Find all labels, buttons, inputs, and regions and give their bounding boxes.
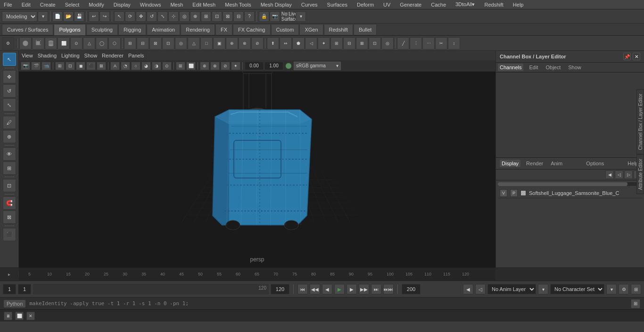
- cb-close-btn[interactable]: ✕: [633, 53, 640, 60]
- bevel-btn[interactable]: ⬟: [292, 37, 305, 49]
- move-btn[interactable]: ✥: [136, 11, 146, 22]
- frame-range-bar[interactable]: 120: [33, 284, 269, 294]
- snap-view-btn[interactable]: ⊟: [233, 11, 244, 22]
- workspace-selector[interactable]: Modeling: [2, 11, 37, 22]
- boolean-btn[interactable]: ⊟: [137, 37, 149, 49]
- merge-btn[interactable]: ⊞: [330, 37, 343, 49]
- cb-pin-btn[interactable]: 📌: [623, 53, 631, 60]
- vp-cam3-btn[interactable]: 📹: [41, 62, 51, 70]
- status-expand-btn[interactable]: ⊞: [631, 299, 640, 308]
- quadrangulate-btn[interactable]: □: [200, 37, 213, 49]
- anim-time-editor-btn[interactable]: ⊞: [631, 284, 641, 294]
- char-set-arrow-left2[interactable]: ◁: [475, 284, 486, 294]
- tab-sculpting[interactable]: Sculpting: [86, 24, 118, 35]
- menu-display[interactable]: Display: [112, 1, 132, 8]
- layer-scroll-left-btn[interactable]: ◀: [605, 170, 614, 179]
- anim-layer-options[interactable]: ▾: [538, 284, 548, 294]
- layer-visible-btn[interactable]: V: [500, 189, 507, 197]
- current-frame-field[interactable]: [3, 284, 16, 294]
- smooth-btn[interactable]: ◎: [175, 37, 187, 49]
- workspace-options-btn[interactable]: ▾: [38, 11, 48, 22]
- next-btn[interactable]: ▶: [347, 284, 357, 294]
- vp-menu-view[interactable]: View: [22, 53, 33, 58]
- vp-cam2-btn[interactable]: 🎬: [31, 62, 41, 70]
- layer-scroll-left2-btn[interactable]: ◁: [615, 170, 623, 179]
- lasso-btn[interactable]: ⟳: [125, 11, 135, 22]
- vp-hair-btn[interactable]: ✦: [231, 62, 240, 70]
- menu-file[interactable]: File: [2, 1, 14, 8]
- vp-aa-btn[interactable]: A: [110, 62, 120, 70]
- vp-ik-btn[interactable]: ⊕: [200, 62, 209, 70]
- cb-tab-show[interactable]: Show: [566, 64, 583, 71]
- torus-btn[interactable]: ⊙: [70, 37, 83, 49]
- detach-btn[interactable]: ⊠: [356, 37, 368, 49]
- tab-fx-caching[interactable]: FX Caching: [233, 24, 270, 35]
- flip-btn[interactable]: ↕: [448, 37, 460, 49]
- vp-menu-lighting[interactable]: Lighting: [61, 53, 80, 58]
- plane-btn[interactable]: ⬜: [58, 37, 70, 49]
- char-set-arrow-left[interactable]: ◀: [463, 284, 473, 294]
- camera-btn[interactable]: 🔒: [259, 11, 269, 22]
- exposure-field[interactable]: [245, 62, 264, 70]
- undo-btn[interactable]: ↩: [89, 11, 99, 22]
- snap-options-btn[interactable]: ?: [244, 11, 255, 22]
- vp-textured-btn[interactable]: ⬛: [86, 62, 96, 70]
- tab-rigging[interactable]: Rigging: [118, 24, 146, 35]
- layer-scrollbar[interactable]: [498, 182, 642, 186]
- menu-select[interactable]: Select: [63, 1, 82, 8]
- minimize-window-btn[interactable]: ⬜: [15, 312, 24, 320]
- vp-shade-wire-btn[interactable]: ⊠: [97, 62, 106, 70]
- retopo-btn[interactable]: ⊘: [251, 37, 264, 49]
- move-tool-btn[interactable]: ✥: [3, 70, 16, 83]
- char-set-selector[interactable]: No Character Set: [550, 284, 604, 294]
- split-poly-btn[interactable]: ╱: [397, 37, 409, 49]
- select-tool-btn[interactable]: ↖: [3, 53, 16, 66]
- scale-btn[interactable]: ⤡: [157, 11, 168, 22]
- vp-resolution-gate-btn[interactable]: ⊞: [176, 62, 185, 70]
- lp-tab-display[interactable]: Display: [500, 160, 520, 167]
- soft-select-btn[interactable]: ◎: [179, 11, 190, 22]
- cb-tab-channels[interactable]: Channels: [498, 64, 523, 71]
- tab-polygons[interactable]: Polygons: [54, 24, 85, 35]
- rotate-btn[interactable]: ↺: [147, 11, 157, 22]
- symmetry-btn[interactable]: ⊠: [3, 211, 16, 224]
- save-btn[interactable]: 💾: [74, 11, 84, 22]
- anim-prefs-btn[interactable]: ⚙: [619, 284, 629, 294]
- layer-color-swatch[interactable]: [520, 190, 526, 196]
- circularize-btn[interactable]: ◎: [381, 37, 394, 49]
- menu-mesh[interactable]: Mesh: [168, 1, 185, 8]
- menu-edit-mesh[interactable]: Edit Mesh: [190, 1, 217, 8]
- no-live-surface-btn[interactable]: No Live Surface: [284, 11, 295, 22]
- cb-tab-object[interactable]: Object: [544, 64, 562, 71]
- vp-shadow-btn[interactable]: ◔: [121, 62, 130, 70]
- menu-modify[interactable]: Modify: [87, 1, 106, 8]
- snap-magnet-btn[interactable]: 🧲: [3, 196, 16, 210]
- go-start-btn[interactable]: ⏮: [297, 284, 308, 294]
- loop-btn[interactable]: ⏭⏭: [383, 284, 394, 294]
- vp-menu-panels[interactable]: Panels: [128, 53, 144, 58]
- menu-curves[interactable]: Curves: [299, 1, 320, 8]
- menu-cache[interactable]: Cache: [429, 1, 448, 8]
- vp-safe-area-btn[interactable]: ⬜: [186, 62, 196, 70]
- disk-btn[interactable]: ◯: [96, 37, 108, 49]
- vp-menu-shading[interactable]: Shading: [38, 53, 57, 58]
- tab-custom[interactable]: Custom: [271, 24, 299, 35]
- tab-fx[interactable]: FX: [215, 24, 232, 35]
- vp-motion-blur-btn[interactable]: ◑: [152, 62, 161, 70]
- vp-grid-btn[interactable]: ⊞: [55, 62, 65, 70]
- cylinder-btn[interactable]: [45, 37, 57, 49]
- color-profile-dropdown[interactable]: sRGB gamma ▾: [294, 62, 341, 70]
- vp-cam-btn[interactable]: 📷: [21, 62, 30, 70]
- tab-animation[interactable]: Animation: [147, 24, 180, 35]
- mirror-btn[interactable]: ⊞: [124, 37, 136, 49]
- step-fwd-btn[interactable]: ▶▶: [359, 284, 369, 294]
- rst-attribute-editor-tab[interactable]: Attribute Editor: [636, 154, 644, 194]
- lp-tab-anim[interactable]: Anim: [549, 160, 564, 167]
- tab-curves-surfaces[interactable]: Curves / Surfaces: [2, 24, 53, 35]
- vp-hud-btn[interactable]: ⊙: [162, 62, 172, 70]
- layer-scroll-right2-btn[interactable]: ▷: [624, 170, 633, 179]
- menu-mesh-display[interactable]: Mesh Display: [259, 1, 294, 8]
- show-hide-objects-btn[interactable]: 👁: [3, 147, 16, 161]
- poke-btn[interactable]: ✦: [318, 37, 330, 49]
- fill-hole-btn[interactable]: ▣: [213, 37, 225, 49]
